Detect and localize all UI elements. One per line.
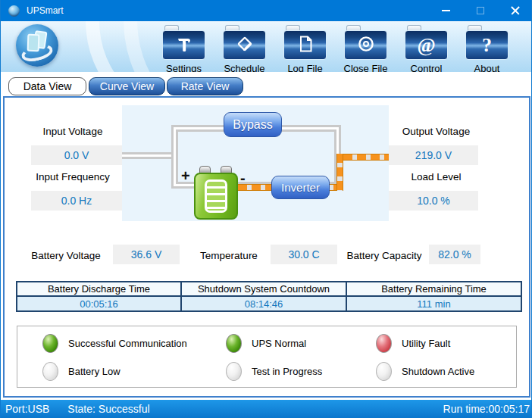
temperature-label: Temperature xyxy=(191,250,267,261)
led-icon xyxy=(42,362,58,381)
maximize-icon xyxy=(477,7,484,14)
about-label: About xyxy=(457,63,517,72)
indicator-ups-normal: UPS Normal xyxy=(226,334,306,353)
disc-icon xyxy=(356,34,376,57)
shutdown-countdown-value: 08:14:46 xyxy=(180,297,346,310)
data-view-panel: Input Voltage 0.0 V Input Frequency 0.0 … xyxy=(3,96,530,398)
control-label: Control xyxy=(396,63,456,72)
schedule-label: Schedule xyxy=(214,63,274,72)
battery-plus-sign: + xyxy=(181,167,190,185)
tab-data-view[interactable]: Data View xyxy=(8,77,86,95)
app-icon xyxy=(8,5,20,17)
settings-label: Settings xyxy=(154,63,214,72)
close-icon xyxy=(510,5,521,16)
close-file-button[interactable]: Close File xyxy=(344,25,387,72)
led-icon xyxy=(376,334,392,353)
inverter-button[interactable]: Inverter xyxy=(271,176,330,199)
at-sign-icon: @ xyxy=(417,34,435,57)
temperature-value: 30.0 C xyxy=(271,245,337,264)
connection-state: State: Successful xyxy=(67,403,149,415)
output-flow xyxy=(343,154,389,161)
document-icon xyxy=(296,34,315,57)
minimize-button[interactable] xyxy=(428,0,463,21)
output-voltage-value: 219.0 V xyxy=(389,145,478,165)
upsmart-window: UPSmart Settings Sc xyxy=(0,0,532,418)
battery-icon xyxy=(194,173,238,220)
battery-capacity-value: 82.0 % xyxy=(429,245,480,264)
tab-curve-view[interactable]: Curve View xyxy=(89,77,165,95)
indicator-successful-communication: Successful Communication xyxy=(42,334,187,353)
timers-table: Battery Discharge Time Shutdown System C… xyxy=(16,281,522,312)
log-file-button[interactable]: Log File xyxy=(283,25,327,72)
pencil-diamond-icon xyxy=(235,34,255,57)
bypass-button[interactable]: Bypass xyxy=(224,112,282,137)
battery-voltage-value: 36.6 V xyxy=(113,245,180,264)
about-button[interactable]: ? About xyxy=(465,25,509,72)
close-file-label: Close File xyxy=(336,63,396,72)
battery-remaining-time-header: Battery Remaining Time xyxy=(346,282,521,297)
battery-discharge-time-value: 00:05:16 xyxy=(17,297,180,310)
led-icon xyxy=(226,362,242,381)
battery-remaining-time-value: 111 min xyxy=(346,297,521,310)
maximize-button[interactable] xyxy=(463,0,498,21)
output-voltage-label: Output Voltage xyxy=(385,126,487,137)
led-icon xyxy=(226,334,242,353)
control-button[interactable]: @ Control xyxy=(405,25,448,72)
question-mark-icon: ? xyxy=(482,34,492,57)
status-bar: Port:USB State: Successful Run time:00:0… xyxy=(1,400,532,418)
settings-button[interactable]: Settings xyxy=(162,25,205,72)
shutdown-countdown-header: Shutdown System Countdown xyxy=(180,282,346,297)
battery-discharge-time-header: Battery Discharge Time xyxy=(17,282,180,297)
led-icon xyxy=(42,334,58,353)
input-frequency-label: Input Frequency xyxy=(16,171,130,182)
run-time: Run time:00:05:17 xyxy=(443,403,530,415)
battery-voltage-label: Battery Voltage xyxy=(17,250,114,261)
window-title: UPSmart xyxy=(27,5,428,16)
indicator-test-in-progress: Test in Progress xyxy=(226,362,322,381)
led-icon xyxy=(376,362,392,381)
indicator-utility-fault: Utility Fault xyxy=(376,334,450,353)
battery-minus-sign: - xyxy=(240,170,246,187)
title-bar: UPSmart xyxy=(1,0,532,21)
input-pipe xyxy=(122,152,177,159)
close-button[interactable] xyxy=(498,0,532,21)
load-level-value: 10.0 % xyxy=(389,191,478,211)
tab-rate-view[interactable]: Rate View xyxy=(167,77,243,95)
toolbar: Settings Schedule Log File xyxy=(1,21,532,72)
schedule-button[interactable]: Schedule xyxy=(223,25,266,72)
load-level-label: Load Level xyxy=(385,171,487,182)
battery-capacity-label: Battery Capacity xyxy=(342,250,427,261)
log-file-label: Log File xyxy=(275,63,335,72)
upsmart-logo-icon xyxy=(16,24,58,67)
input-voltage-value: 0.0 V xyxy=(31,145,122,165)
inverter-riser-flow xyxy=(336,154,343,191)
hammer-icon xyxy=(174,34,194,57)
indicator-shutdown-active: Shutdown Active xyxy=(376,362,474,381)
minimize-icon xyxy=(442,10,450,11)
port-status: Port:USB xyxy=(5,403,49,415)
input-voltage-label: Input Voltage xyxy=(16,126,130,137)
input-frequency-value: 0.0 Hz xyxy=(31,191,122,211)
status-indicator-panel: Successful Communication UPS Normal Util… xyxy=(17,326,517,388)
indicator-battery-low: Battery Low xyxy=(42,362,120,381)
